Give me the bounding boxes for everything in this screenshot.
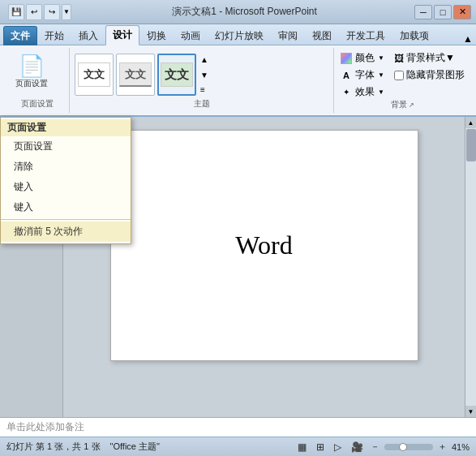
theme-buttons: 文文 文文 文文 ▲ ▼ ≡ — [75, 49, 328, 98]
minimize-button[interactable]: ─ — [414, 5, 432, 19]
notes-area[interactable]: 单击此处添加备注 — [0, 417, 476, 437]
theme-scroll-up-icon[interactable]: ▲ — [199, 54, 210, 66]
dropdown-item-clear[interactable]: 清除 — [1, 157, 131, 177]
save-icon[interactable]: 💾 — [8, 4, 24, 20]
tab-animation[interactable]: 动画 — [174, 26, 208, 45]
fonts-dropdown-icon[interactable]: ▼ — [378, 71, 384, 79]
page-setup-group-label: 页面设置 — [10, 98, 64, 111]
tab-file[interactable]: 文件 — [3, 26, 37, 45]
colors-row: 颜色 ▼ 🖼 背景样式▼ — [341, 51, 465, 65]
slide-canvas[interactable]: Word — [110, 130, 418, 361]
colors-dropdown-icon[interactable]: ▼ — [378, 54, 384, 62]
bg-style-container: 🖼 背景样式▼ — [394, 51, 455, 65]
tab-addins[interactable]: 加载项 — [392, 26, 436, 45]
scrollbar-up-arrow[interactable]: ▲ — [465, 117, 477, 128]
tab-insert[interactable]: 插入 — [71, 26, 105, 45]
redo-icon[interactable]: ↪ — [44, 4, 60, 20]
tab-view[interactable]: 视图 — [305, 26, 339, 45]
colors-swatch — [341, 53, 352, 64]
ribbon: 📄 页面设置 页面设置 文文 文文 文文 ▲ ▼ ≡ 主题 — [0, 45, 476, 117]
theme-box-button[interactable]: 文文 — [157, 54, 196, 96]
zoom-plus[interactable]: ＋ — [438, 441, 447, 453]
page-setup-icon: 📄 — [19, 55, 45, 76]
tab-design[interactable]: 设计 — [105, 25, 139, 45]
zoom-slider[interactable] — [384, 444, 433, 450]
effects-row: ✦ 效果 ▼ — [341, 85, 465, 99]
page-info: 幻灯片 第 1 张，共 1 张 — [6, 441, 101, 453]
theme-underline-button[interactable]: 文文 — [116, 54, 155, 96]
bg-style-icon: 🖼 — [394, 53, 404, 64]
page-setup-buttons: 📄 页面设置 — [10, 49, 64, 98]
reading-view-icon[interactable]: ▷ — [332, 441, 344, 454]
theme-more-icon[interactable]: ≡ — [199, 84, 210, 96]
dropdown-footer: 撤消前 5 次动作 — [1, 222, 131, 242]
background-label: 背景 — [391, 99, 407, 110]
dropdown-item-page-setup[interactable]: 页面设置 — [1, 136, 131, 157]
effects-label: 效果 — [355, 85, 375, 99]
normal-view-icon[interactable]: ▦ — [295, 441, 309, 454]
page-setup-label: 页面设置 — [15, 78, 48, 89]
bg-group-label: 背景 ↗ — [341, 99, 465, 112]
close-button[interactable]: ✕ — [453, 5, 471, 19]
theme-plain-sample: 文文 — [78, 62, 110, 87]
bg-options: 颜色 ▼ 🖼 背景样式▼ A 字体 ▼ 隐藏背景图形 ✦ 效果 ▼ — [341, 51, 465, 99]
tab-review[interactable]: 审阅 — [271, 26, 305, 45]
window-title: 演示文稿1 - Microsoft PowerPoint — [75, 5, 414, 19]
theme-plain-button[interactable]: 文文 — [75, 54, 114, 96]
hide-bg-label: 隐藏背景图形 — [406, 68, 465, 82]
theme-scroll-controls: ▲ ▼ ≡ — [199, 54, 210, 96]
window-controls: ─ □ ✕ — [414, 5, 471, 19]
dropdown-item-type1[interactable]: 键入 — [1, 177, 131, 197]
undo-icon[interactable]: ↩ — [26, 4, 42, 20]
effects-icon: ✦ — [341, 87, 352, 98]
background-group: 颜色 ▼ 🖼 背景样式▼ A 字体 ▼ 隐藏背景图形 ✦ 效果 ▼ — [334, 48, 471, 113]
theme-underline-sample: 文文 — [119, 62, 152, 87]
zoom-level: 41% — [452, 442, 470, 452]
tab-slideshow[interactable]: 幻灯片放映 — [208, 26, 271, 45]
dropdown-divider — [1, 219, 131, 220]
fonts-icon: A — [341, 70, 352, 81]
scrollbar-thumb[interactable] — [466, 129, 476, 161]
theme-scroll-down-icon[interactable]: ▼ — [199, 69, 210, 81]
page-setup-button[interactable]: 📄 页面设置 — [10, 51, 54, 93]
theme-name: "Office 主题" — [110, 441, 160, 453]
tab-transition[interactable]: 切换 — [139, 26, 174, 45]
themes-group-label: 主题 — [75, 98, 328, 111]
hide-bg-container: 隐藏背景图形 — [394, 68, 465, 82]
tab-start[interactable]: 开始 — [37, 26, 71, 45]
scrollbar-down-arrow[interactable]: ▼ — [465, 406, 477, 417]
fonts-label: 字体 — [355, 68, 375, 82]
bg-expand-icon[interactable]: ↗ — [409, 101, 414, 109]
ribbon-help-icon: ▲ — [463, 33, 476, 45]
dropdown-section-header: 页面设置 — [1, 119, 131, 136]
zoom-minus[interactable]: － — [371, 441, 380, 453]
ribbon-tabs: 文件 开始 插入 设计 切换 动画 幻灯片放映 审阅 视图 开发工具 加载项 ▲ — [0, 24, 476, 45]
slide-word-text: Word — [235, 230, 292, 260]
slide-sorter-icon[interactable]: ⊞ — [314, 441, 327, 454]
themes-group: 文文 文文 文文 ▲ ▼ ≡ 主题 — [70, 48, 334, 113]
title-bar: 💾 ↩ ↪ ▼ 演示文稿1 - Microsoft PowerPoint ─ □… — [0, 0, 476, 24]
theme-box-sample: 文文 — [161, 62, 193, 87]
maximize-button[interactable]: □ — [434, 5, 452, 19]
status-bar-right: ▦ ⊞ ▷ 🎥 － ＋ 41% — [295, 441, 470, 454]
hide-bg-checkbox[interactable] — [394, 71, 404, 80]
quick-access-toolbar: 💾 ↩ ↪ ▼ — [5, 4, 75, 20]
status-bar: 幻灯片 第 1 张，共 1 张 "Office 主题" ▦ ⊞ ▷ 🎥 － ＋ … — [0, 437, 476, 456]
notes-placeholder: 单击此处添加备注 — [6, 420, 84, 434]
vertical-scrollbar: ▲ ▼ — [465, 117, 476, 417]
fonts-row: A 字体 ▼ 隐藏背景图形 — [341, 68, 465, 82]
tab-developer[interactable]: 开发工具 — [339, 26, 392, 45]
page-setup-group: 📄 页面设置 页面设置 — [5, 48, 70, 113]
scrollbar-track[interactable] — [465, 128, 477, 406]
zoom-thumb[interactable] — [399, 443, 407, 451]
dropdown-menu: 页面设置 页面设置 清除 键入 键入 撤消前 5 次动作 — [0, 117, 131, 244]
qat-dropdown-icon[interactable]: ▼ — [62, 4, 71, 20]
effects-dropdown-icon[interactable]: ▼ — [378, 88, 384, 96]
dropdown-item-type2[interactable]: 键入 — [1, 197, 131, 217]
colors-label: 颜色 — [355, 51, 375, 65]
slideshow-icon[interactable]: 🎥 — [349, 441, 366, 454]
bg-style-label[interactable]: 背景样式▼ — [406, 51, 455, 65]
